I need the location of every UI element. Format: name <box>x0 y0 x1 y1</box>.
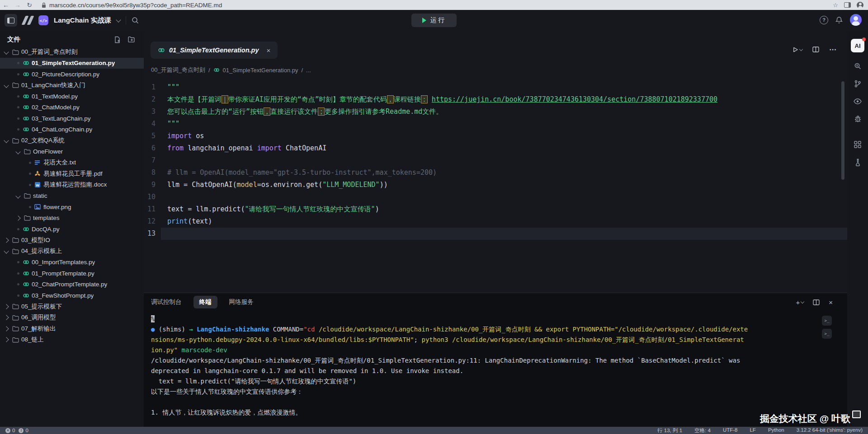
file-tree-item[interactable]: 03_FewShotPrompt.py <box>0 290 144 301</box>
project-chevron-down-icon[interactable] <box>116 17 121 22</box>
grid-icon[interactable] <box>854 140 861 149</box>
code-line[interactable]: 8# llm = OpenAI(model_name="gpt-3.5-turb… <box>144 167 847 179</box>
code-line[interactable]: 7 <box>144 154 847 167</box>
tab-close-icon[interactable]: × <box>267 47 271 54</box>
file-tree-item[interactable]: 02_ChatModel.py <box>0 102 144 113</box>
code-line[interactable]: 3您可以点击最上方的“运行”按钮，直接运行该文件；更多操作指引请参考Readme… <box>144 106 847 118</box>
status-item[interactable]: UTF-8 <box>723 427 738 434</box>
file-tree-item[interactable]: 05_提示模板下 <box>0 301 144 313</box>
eye-icon[interactable] <box>854 97 862 105</box>
tab-debug-console[interactable]: 调试控制台 <box>151 298 182 306</box>
status-item[interactable]: 行 13, 列 1 <box>657 427 682 434</box>
search-icon[interactable] <box>132 17 139 24</box>
code-line[interactable]: 5import os <box>144 130 847 142</box>
file-tree-item[interactable]: 03_TextLangChain.py <box>0 113 144 124</box>
breadcrumb-folder[interactable]: 00_开篇词_奇点时刻 <box>151 66 205 74</box>
notification-bell-icon[interactable] <box>835 16 843 24</box>
run-button[interactable]: 运行 <box>411 14 457 27</box>
file-tree-item[interactable]: 02_PictureDescription.py <box>0 69 144 80</box>
file-tree-item[interactable]: DocQA.py <box>0 224 144 235</box>
file-tree-item[interactable]: 花语大全.txt <box>0 157 144 168</box>
file-tree-item[interactable]: 07_解析输出 <box>0 323 144 335</box>
file-tree-item[interactable]: 01_LangChain快速入门 <box>0 80 144 91</box>
new-folder-icon[interactable] <box>128 36 136 43</box>
file-tree-item[interactable]: 00_开篇词_奇点时刻 <box>0 47 144 58</box>
file-tree-item[interactable]: 03_模型IO <box>0 235 144 246</box>
file-tree-item[interactable]: OneFlower <box>0 146 144 158</box>
terminal-session-icon[interactable]: >_ <box>822 329 832 339</box>
errors-indicator[interactable]: ×0 <box>5 428 15 433</box>
file-tree-item[interactable]: static <box>0 191 144 202</box>
file-search-icon[interactable] <box>854 62 862 70</box>
new-file-icon[interactable] <box>114 36 121 43</box>
git-branch-icon[interactable] <box>854 79 861 88</box>
close-panel-icon[interactable]: × <box>829 299 833 306</box>
flask-icon[interactable] <box>854 158 861 166</box>
status-item[interactable]: 空格: 4 <box>694 427 711 434</box>
ai-assistant-icon[interactable]: AI <box>851 39 864 52</box>
status-item[interactable]: Python <box>768 427 784 434</box>
side-panel-icon[interactable] <box>844 2 851 8</box>
warnings-indicator[interactable]: !0 <box>19 428 28 433</box>
code-line[interactable]: 13 <box>144 228 847 240</box>
code-editor[interactable]: 1"""2本文件是【开篇词｜带你亲证AI应用开发的“奇点”时刻】章节的配套代码，… <box>144 75 847 299</box>
py-icon <box>23 60 32 66</box>
marscode-logo[interactable] <box>24 16 32 25</box>
file-tree-item[interactable]: 02_ChatPromptTemplate.py <box>0 279 144 290</box>
help-icon[interactable]: ? <box>820 16 828 24</box>
code-line[interactable]: 9llm = ChatOpenAI(model=os.environ.get("… <box>144 179 847 191</box>
address-bar[interactable]: marscode.cn/course/9e9xol5r8yw35p?code_p… <box>42 2 833 9</box>
project-title[interactable]: LangChain 实战课 <box>54 16 111 25</box>
file-tree-item[interactable]: 06_调用模型 <box>0 312 144 323</box>
split-terminal-icon[interactable] <box>813 299 820 305</box>
file-tree-item[interactable]: W易速鲜花运营指南.docx <box>0 179 144 191</box>
file-tree-item[interactable]: 00_ImportTemplates.py <box>0 257 144 268</box>
terminal-line <box>151 397 847 407</box>
file-tree-item[interactable]: 01_PromptTemplate.py <box>0 268 144 279</box>
user-avatar[interactable] <box>850 14 862 26</box>
terminal-session-icon[interactable]: >_ <box>822 316 832 326</box>
breadcrumb[interactable]: 00_开篇词_奇点时刻 / 01_SimpleTextGeneration.py… <box>151 65 311 75</box>
code-line[interactable]: 2本文件是【开篇词｜带你亲证AI应用开发的“奇点”时刻】章节的配套代码，课程链接… <box>144 93 847 106</box>
breadcrumb-more[interactable]: ... <box>306 67 311 74</box>
langchain-file-icon <box>213 67 220 73</box>
tab-terminal[interactable]: 终端 <box>193 296 217 308</box>
terminal-output[interactable]: %● (shims) → LangChain-shizhanke COMMAND… <box>144 311 847 418</box>
file-tree-item[interactable]: 08_链上 <box>0 334 144 345</box>
new-terminal-button[interactable]: + <box>796 299 804 306</box>
browser-back-icon[interactable]: ← <box>0 0 12 10</box>
file-tree-item[interactable]: 04_ChatLongChain.py <box>0 124 144 135</box>
more-actions-icon[interactable]: ⋯ <box>829 45 837 54</box>
browser-refresh-icon[interactable]: ↻ <box>24 0 35 10</box>
file-tree-item[interactable]: 01_TextModel.py <box>0 91 144 102</box>
split-editor-icon[interactable] <box>812 47 819 52</box>
code-line[interactable]: 6from langchain_openai import ChatOpenAI <box>144 142 847 154</box>
code-line[interactable]: 10 <box>144 191 847 203</box>
toggle-sidebar-button[interactable] <box>5 14 17 27</box>
browser-forward-icon[interactable]: → <box>12 0 24 10</box>
status-item[interactable]: 3.12.2 64-bit ('shims': pyenv) <box>797 427 863 434</box>
file-dot-icon <box>17 62 19 64</box>
run-file-button[interactable] <box>793 47 802 53</box>
browser-bar: ← → ↻ marscode.cn/course/9e9xol5r8yw35p?… <box>0 0 868 10</box>
editor-scrollbar[interactable] <box>841 81 844 180</box>
code-line[interactable]: 11text = llm.predict("请给我写一句情人节红玫瑰的中文宣传语… <box>144 203 847 215</box>
status-item[interactable]: LF <box>750 427 755 434</box>
bookmark-star-icon[interactable]: ☆ <box>833 2 838 9</box>
file-tree-item[interactable]: 01_SimpleTextGeneration.py <box>0 58 144 69</box>
code-line[interactable]: 1""" <box>144 81 847 93</box>
breadcrumb-file[interactable]: 01_SimpleTextGeneration.py <box>223 67 298 74</box>
code-line[interactable]: 12print(text) <box>144 215 847 228</box>
bug-icon[interactable] <box>854 115 861 123</box>
code-line[interactable]: 4""" <box>144 118 847 130</box>
file-tree-item[interactable]: 易速鲜花员工手册.pdf <box>0 168 144 180</box>
file-tree-item[interactable]: flower.png <box>0 201 144 213</box>
file-tree-item[interactable]: 04_提示模板上 <box>0 246 144 257</box>
sidebar-title: 文件 <box>7 35 20 44</box>
editor-tab[interactable]: 01_SimpleTextGeneration.py × <box>151 42 278 59</box>
tab-network-service[interactable]: 网络服务 <box>229 298 254 306</box>
browser-profile-avatar[interactable] <box>857 2 863 9</box>
file-dot-icon <box>29 162 31 164</box>
file-tree-item[interactable]: 02_文档QA系统 <box>0 135 144 146</box>
file-tree-item[interactable]: templates <box>0 213 144 224</box>
